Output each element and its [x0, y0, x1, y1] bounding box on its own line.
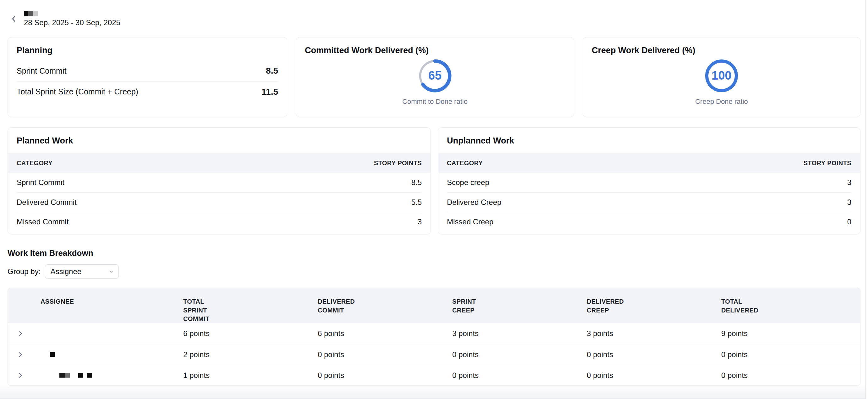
sprint-date-range: 28 Sep, 2025 - 30 Sep, 2025 [24, 18, 120, 27]
sprint-title-wrap: 28 Sep, 2025 - 30 Sep, 2025 [24, 11, 120, 27]
redaction-block [65, 373, 70, 378]
breakdown-row: 1 points0 points0 points0 points0 points [8, 365, 860, 386]
work-category: Missed Commit [17, 218, 68, 226]
creep-work-value: 100 [704, 59, 739, 93]
breakdown-col-sprint-creep: SPRINT CREEP [452, 297, 492, 315]
planned-work-rows: Sprint Commit8.5Delivered Commit5.5Misse… [17, 173, 422, 231]
work-table-row: Delivered Creep3 [447, 192, 851, 212]
points-cell: 0 points [452, 350, 587, 359]
planned-work-header: CATEGORY STORY POINTS [8, 153, 431, 173]
points-cell: 2 points [183, 350, 318, 359]
creep-work-gauge: 100 [704, 59, 739, 93]
breakdown-col-delivered-commit: DELIVERED COMMIT [318, 297, 357, 315]
breakdown-table: ASSIGNEETOTAL SPRINT COMMITDELIVERED COM… [7, 288, 861, 386]
work-category: Missed Creep [447, 218, 493, 226]
summary-cards-row: Planning Sprint Commit8.5Total Sprint Si… [7, 37, 861, 117]
redaction-block [87, 373, 92, 378]
redaction-block [33, 11, 38, 17]
expand-row-button[interactable] [8, 344, 33, 365]
committed-work-gauge-body: 65 Commit to Done ratio [305, 55, 565, 109]
points-cell: 1 points [183, 371, 318, 380]
breakdown-row: 6 points6 points3 points3 points9 points [8, 323, 860, 344]
work-category: Scope creep [447, 178, 489, 187]
work-category: Delivered Commit [17, 198, 77, 207]
chevron-right-icon [17, 372, 24, 379]
points-cell: 0 points [721, 350, 860, 359]
creep-work-caption: Creep Done ratio [695, 97, 748, 106]
unplanned-work-title: Unplanned Work [447, 136, 851, 146]
back-button[interactable] [7, 12, 20, 25]
assignee-cell [33, 331, 183, 336]
points-cell: 0 points [318, 350, 452, 359]
planning-card-title: Planning [17, 46, 278, 55]
creep-work-card: Creep Work Delivered (%) 100 Creep Done … [583, 37, 861, 117]
planning-row: Total Sprint Size (Commit + Creep)11.5 [17, 81, 278, 102]
planned-work-title: Planned Work [17, 136, 422, 146]
work-table-row: Missed Creep0 [447, 212, 851, 231]
planning-row-value: 8.5 [266, 66, 278, 76]
points-cell: 3 points [587, 329, 721, 338]
breakdown-table-header: ASSIGNEETOTAL SPRINT COMMITDELIVERED COM… [8, 288, 860, 323]
work-category: Delivered Creep [447, 198, 501, 207]
group-by-control: Group by: Assignee [7, 264, 861, 279]
chevron-right-icon [17, 330, 24, 337]
expand-row-button[interactable] [8, 365, 33, 386]
planning-rows: Sprint Commit8.5Total Sprint Size (Commi… [17, 60, 278, 102]
points-cell: 0 points [721, 371, 860, 380]
work-table-row: Sprint Commit8.5 [17, 173, 422, 192]
committed-work-gauge: 65 [418, 59, 452, 93]
assignee-cell [33, 352, 183, 357]
group-by-select[interactable]: Assignee [45, 264, 119, 279]
breakdown-table-body: 6 points6 points3 points3 points9 points… [8, 323, 860, 386]
points-cell: 3 points [452, 329, 587, 338]
story-points-value: 8.5 [411, 178, 422, 187]
committed-work-title: Committed Work Delivered (%) [305, 46, 565, 55]
committed-work-card: Committed Work Delivered (%) 65 Commit t… [296, 37, 574, 117]
chevron-right-icon [17, 351, 24, 358]
creep-work-title: Creep Work Delivered (%) [592, 46, 851, 55]
redaction-block [78, 373, 83, 378]
breakdown-col-total-delivered: TOTAL DELIVERED [721, 297, 761, 315]
planning-card: Planning Sprint Commit8.5Total Sprint Si… [7, 37, 287, 117]
points-cell: 0 points [587, 350, 721, 359]
unplanned-work-col-points: STORY POINTS [804, 160, 851, 167]
unplanned-work-card: Unplanned Work CATEGORY STORY POINTS Sco… [438, 127, 861, 234]
unplanned-work-col-category: CATEGORY [447, 160, 483, 167]
points-cell: 0 points [587, 371, 721, 380]
redaction-block [28, 11, 33, 17]
planning-row-value: 11.5 [261, 87, 278, 97]
expand-row-button[interactable] [8, 323, 33, 344]
creep-work-gauge-body: 100 Creep Done ratio [592, 55, 851, 109]
work-category: Sprint Commit [17, 178, 64, 187]
points-cell: 0 points [452, 371, 587, 380]
scrollbar-gutter[interactable] [866, 0, 868, 399]
breakdown-row: 2 points0 points0 points0 points0 points [8, 344, 860, 365]
story-points-value: 3 [418, 218, 422, 226]
work-table-row: Delivered Commit5.5 [17, 192, 422, 212]
story-points-value: 3 [847, 198, 851, 207]
points-cell: 6 points [318, 329, 452, 338]
planned-work-col-category: CATEGORY [17, 160, 53, 167]
planning-row: Sprint Commit8.5 [17, 60, 278, 81]
work-table-row: Scope creep3 [447, 173, 851, 192]
work-table-row: Missed Commit3 [17, 212, 422, 231]
work-tables-row: Planned Work CATEGORY STORY POINTS Sprin… [7, 127, 861, 234]
story-points-value: 3 [847, 178, 851, 187]
breakdown-col-total-sprint-commit: TOTAL SPRINT COMMIT [183, 297, 222, 323]
sprint-title-redacted [24, 11, 120, 17]
work-item-breakdown-title: Work Item Breakdown [7, 248, 861, 258]
footer-fade [0, 386, 868, 398]
committed-work-value: 65 [418, 59, 452, 93]
points-cell: 0 points [318, 371, 452, 380]
breakdown-col-assignee: ASSIGNEE [33, 297, 83, 306]
chevron-left-icon [10, 15, 18, 23]
story-points-value: 5.5 [411, 198, 422, 207]
planned-work-col-points: STORY POINTS [374, 160, 422, 167]
assignee-cell [33, 373, 183, 378]
planned-work-card: Planned Work CATEGORY STORY POINTS Sprin… [7, 127, 431, 234]
redaction-block [24, 11, 28, 17]
group-by-label: Group by: [7, 267, 40, 276]
chevron-down-icon [108, 269, 114, 275]
committed-work-caption: Commit to Done ratio [402, 97, 468, 106]
unplanned-work-header: CATEGORY STORY POINTS [438, 153, 860, 173]
